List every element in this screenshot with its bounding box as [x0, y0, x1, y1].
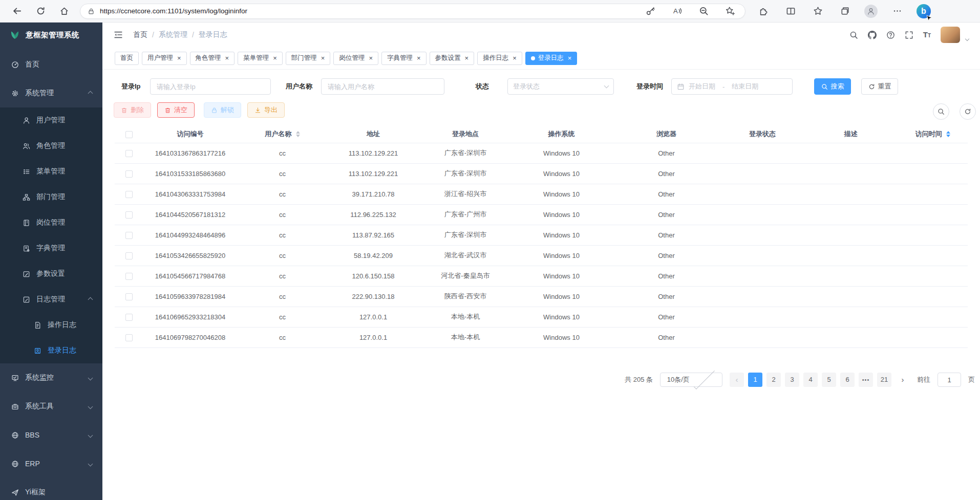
page-number-button[interactable]: 6: [840, 373, 855, 387]
tab-close-icon[interactable]: ×: [465, 55, 469, 61]
sidebar-item[interactable]: 角色管理: [0, 133, 102, 159]
add-favorite-star-icon[interactable]: [722, 4, 738, 19]
row-checkbox[interactable]: [125, 150, 133, 157]
tab[interactable]: 岗位管理 ×: [333, 52, 378, 65]
sort-icon[interactable]: [296, 131, 300, 137]
column-header[interactable]: 登录状态: [721, 125, 803, 143]
browser-profile-avatar[interactable]: [864, 5, 878, 18]
page-number-button[interactable]: 3: [785, 373, 799, 387]
browser-home-icon[interactable]: [56, 4, 72, 19]
tab-close-icon[interactable]: ×: [369, 55, 373, 61]
sort-icon[interactable]: [946, 131, 950, 137]
column-header[interactable]: 操作系统: [512, 125, 611, 143]
user-name-input[interactable]: [321, 78, 444, 95]
menu-fold-icon[interactable]: [114, 30, 123, 39]
url-text[interactable]: https://ccnetcore.com:1101/system/log/lo…: [100, 7, 247, 15]
page-number-button[interactable]: •••: [859, 373, 873, 387]
column-header[interactable]: [115, 125, 143, 143]
show-search-circle-button[interactable]: [933, 103, 949, 120]
help-icon[interactable]: [886, 30, 895, 39]
header-search-icon[interactable]: [849, 30, 858, 39]
site-security-lock-icon[interactable]: [88, 7, 95, 16]
sidebar-item[interactable]: 字典管理: [0, 235, 102, 261]
column-header[interactable]: 访问编号: [143, 125, 238, 143]
date-range-picker[interactable]: 开始日期 - 结束日期: [671, 78, 793, 95]
sidebar-item[interactable]: 参数设置: [0, 261, 102, 287]
select-all-checkbox[interactable]: [125, 131, 133, 138]
browser-back-icon[interactable]: [9, 4, 25, 19]
column-header[interactable]: 登录地点: [419, 125, 512, 143]
refresh-table-circle-button[interactable]: [960, 103, 976, 120]
row-checkbox[interactable]: [125, 211, 133, 219]
end-date-placeholder[interactable]: 结束日期: [732, 82, 758, 91]
reset-button[interactable]: 重置: [861, 78, 898, 95]
sidebar-item[interactable]: 登录日志: [0, 338, 102, 363]
sidebar-item[interactable]: 操作日志: [0, 312, 102, 338]
tab[interactable]: 首页 ×: [115, 52, 139, 65]
next-page-button[interactable]: ›: [896, 373, 910, 387]
page-number-button[interactable]: 5: [822, 373, 836, 387]
page-number-button[interactable]: 21: [877, 373, 891, 387]
bing-copilot-icon[interactable]: b: [917, 4, 931, 18]
tab[interactable]: 菜单管理 ×: [238, 52, 283, 65]
search-button[interactable]: 搜索: [814, 78, 851, 95]
login-ip-input[interactable]: [150, 78, 271, 95]
tab[interactable]: 角色管理 ×: [190, 52, 235, 65]
github-icon[interactable]: [868, 30, 877, 39]
sidebar-item[interactable]: 日志管理: [0, 287, 102, 312]
tab-close-icon[interactable]: ×: [568, 55, 572, 61]
browser-menu-dots-icon[interactable]: [889, 4, 905, 19]
row-checkbox[interactable]: [125, 252, 133, 259]
sidebar-item[interactable]: ERP: [0, 449, 102, 478]
tab-close-icon[interactable]: ×: [417, 55, 421, 61]
breadcrumb-home[interactable]: 首页: [133, 30, 147, 39]
tab[interactable]: 部门管理 ×: [286, 52, 331, 65]
tab-close-icon[interactable]: ×: [225, 55, 229, 61]
column-header[interactable]: 描述: [803, 125, 898, 143]
page-number-button[interactable]: 1: [748, 373, 762, 387]
row-checkbox[interactable]: [125, 334, 133, 341]
unlock-button[interactable]: 解锁: [204, 102, 241, 118]
row-checkbox[interactable]: [125, 293, 133, 300]
tab-close-icon[interactable]: ×: [513, 55, 517, 61]
prev-page-button[interactable]: ‹: [730, 373, 744, 387]
breadcrumb-system[interactable]: 系统管理: [159, 30, 187, 39]
read-aloud-icon[interactable]: [669, 4, 685, 19]
column-header[interactable]: 用户名称: [238, 125, 327, 143]
delete-button[interactable]: 删除: [114, 102, 151, 118]
column-header[interactable]: 访问时间: [898, 125, 968, 143]
row-checkbox[interactable]: [125, 232, 133, 239]
tab[interactable]: 操作日志 ×: [477, 52, 522, 65]
column-header[interactable]: 浏览器: [611, 125, 721, 143]
sidebar-item[interactable]: BBS: [0, 421, 102, 449]
row-checkbox[interactable]: [125, 170, 133, 178]
browser-refresh-icon[interactable]: [33, 4, 48, 19]
split-screen-icon[interactable]: [783, 4, 798, 19]
tab-close-icon[interactable]: ×: [273, 55, 277, 61]
column-header[interactable]: 地址: [327, 125, 419, 143]
sidebar-item[interactable]: 部门管理: [0, 184, 102, 210]
user-avatar[interactable]: [941, 27, 960, 43]
sidebar-item[interactable]: 系统监控: [0, 363, 102, 392]
page-size-select[interactable]: 10条/页: [660, 373, 722, 387]
clear-button[interactable]: 清空: [157, 102, 195, 118]
page-number-button[interactable]: 2: [766, 373, 781, 387]
tab[interactable]: 用户管理 ×: [142, 52, 187, 65]
avatar-dropdown-caret-icon[interactable]: [965, 37, 969, 41]
tab-close-icon[interactable]: ×: [177, 55, 181, 61]
sidebar-item[interactable]: 系统工具: [0, 392, 102, 421]
app-logo[interactable]: 意框架管理系统: [0, 23, 102, 47]
goto-page-input[interactable]: [938, 373, 961, 387]
font-size-icon[interactable]: TT: [923, 30, 931, 39]
row-checkbox[interactable]: [125, 191, 133, 198]
tab-close-icon[interactable]: ×: [321, 55, 325, 61]
row-checkbox[interactable]: [125, 273, 133, 280]
sidebar-item[interactable]: 系统管理: [0, 79, 102, 107]
sidebar-item[interactable]: 岗位管理: [0, 210, 102, 235]
address-bar[interactable]: https://ccnetcore.com:1101/system/log/lo…: [80, 4, 745, 19]
password-key-icon[interactable]: [643, 4, 658, 19]
page-number-button[interactable]: 4: [803, 373, 818, 387]
tab[interactable]: 参数设置 ×: [430, 52, 475, 65]
favorites-star-icon[interactable]: [810, 4, 825, 19]
tab[interactable]: 登录日志 ×: [525, 52, 578, 65]
